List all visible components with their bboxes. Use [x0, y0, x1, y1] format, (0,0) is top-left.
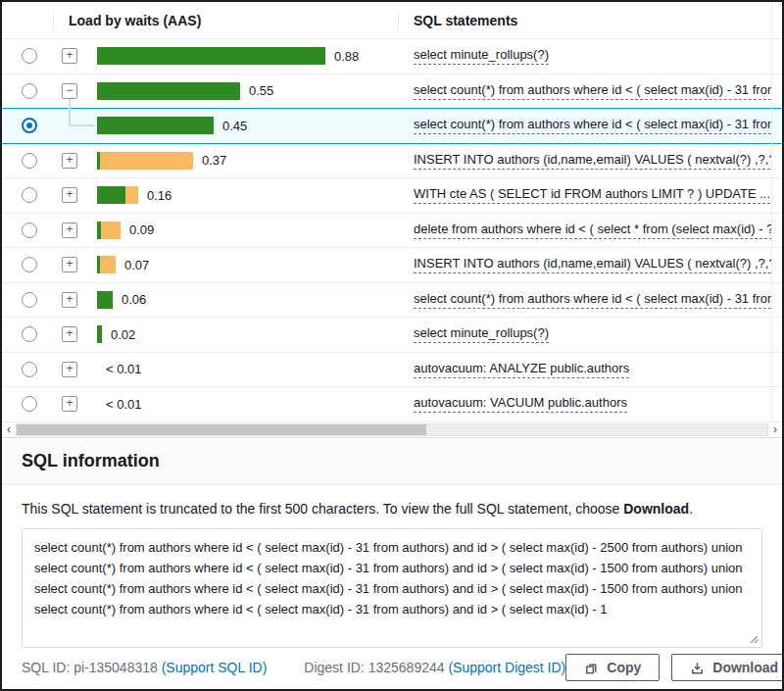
sql-text-line: select count(*) from authors where id < … — [34, 599, 750, 619]
column-divider — [398, 11, 399, 30]
sql-statement-link[interactable]: select minute_rollups(?) — [414, 325, 549, 343]
table-row: + 0.07 INSERT INTO authors (id,name,emai… — [2, 248, 782, 283]
support-sql-id-link[interactable]: (Support SQL ID) — [162, 660, 268, 675]
row-select-radio[interactable] — [22, 48, 37, 64]
sql-statement-cell: autovacuum: ANALYZE public.authors — [414, 353, 771, 387]
load-bar — [97, 152, 193, 170]
green-bar-segment — [97, 82, 240, 100]
load-value: 0.37 — [202, 153, 226, 168]
green-bar-segment — [97, 186, 125, 204]
sql-statement-link[interactable]: INSERT INTO authors (id,name,email) VALU… — [414, 256, 771, 273]
copy-icon — [584, 661, 599, 675]
scroll-right-icon[interactable]: › — [768, 422, 782, 437]
table-row: 0.45 select count(*) from authors where … — [2, 109, 782, 144]
row-select-radio[interactable] — [22, 153, 37, 169]
expand-toggle-button[interactable]: + — [62, 362, 77, 377]
sql-statement-link[interactable]: select count(*) from authors where id < … — [414, 82, 771, 100]
support-digest-id-link[interactable]: (Support Digest ID) — [448, 660, 565, 675]
table-row: + 0.16 WITH cte AS ( SELECT id FROM auth… — [2, 178, 782, 214]
load-value: 0.55 — [249, 83, 273, 98]
scrollbar-thumb[interactable] — [17, 424, 426, 435]
sql-ids: SQL ID: pi-135048318 (Support SQL ID) Di… — [22, 660, 565, 675]
expand-toggle-button[interactable]: + — [62, 153, 77, 169]
scroll-left-icon[interactable]: ‹ — [2, 422, 16, 437]
row-select-radio[interactable] — [22, 396, 37, 412]
expand-toggle-button[interactable]: + — [62, 222, 77, 238]
green-bar-segment — [97, 117, 214, 134]
tree-connector — [69, 124, 94, 126]
sql-statement-link[interactable]: WITH cte AS ( SELECT id FROM authors LIM… — [414, 186, 770, 204]
copy-button[interactable]: Copy — [565, 654, 660, 681]
row-select-radio[interactable] — [22, 326, 37, 342]
section-title: SQL information — [22, 451, 160, 470]
sql-statement-link[interactable]: select count(*) from authors where id < … — [414, 117, 771, 134]
sql-statement-cell: select count(*) from authors where id < … — [414, 283, 771, 318]
sql-information-footer: SQL ID: pi-135048318 (Support SQL ID) Di… — [2, 648, 782, 689]
tree-connector — [69, 99, 71, 126]
load-bar-cell: 0.45 — [97, 109, 247, 143]
sql-statement-link[interactable]: delete from authors where id < ( select … — [414, 222, 771, 239]
scrollbar-track[interactable] — [16, 423, 768, 436]
row-select-radio[interactable] — [22, 292, 37, 308]
expand-toggle-button[interactable]: + — [62, 292, 77, 308]
load-bar — [97, 291, 113, 309]
load-value: 0.07 — [124, 258, 149, 272]
sql-statement-cell: INSERT INTO authors (id,name,email) VALU… — [414, 248, 771, 282]
row-select-radio[interactable] — [22, 187, 37, 203]
column-divider — [53, 11, 54, 30]
sql-statement-cell: select count(*) from authors where id < … — [414, 74, 771, 109]
notice-bold-word: Download — [623, 501, 689, 517]
sql-statement-cell: WITH cte AS ( SELECT id FROM authors LIM… — [414, 178, 771, 213]
load-value: < 0.01 — [106, 362, 142, 376]
sql-statement-link[interactable]: INSERT INTO authors (id,name,email) VALU… — [414, 152, 771, 170]
sql-statement-cell: select minute_rollups(?) — [414, 39, 771, 74]
load-bar-cell: < 0.01 — [97, 387, 142, 421]
sql-statement-cell: select minute_rollups(?) — [414, 318, 771, 352]
load-bar-cell: < 0.01 — [97, 353, 142, 387]
expand-toggle-button[interactable]: + — [62, 187, 77, 203]
table-row: + < 0.01 autovacuum: VACUUM public.autho… — [2, 387, 782, 422]
sql-statement-link[interactable]: select minute_rollups(?) — [414, 47, 549, 65]
load-bar — [97, 222, 121, 239]
sql-statement-link[interactable]: autovacuum: VACUUM public.authors — [414, 395, 627, 413]
notice-text: This SQL statement is truncated to the f… — [22, 501, 623, 517]
resize-handle-icon[interactable] — [749, 634, 759, 644]
row-select-radio[interactable] — [22, 362, 37, 377]
sql-information-header: SQL information — [2, 437, 782, 485]
expand-toggle-button[interactable]: + — [62, 326, 77, 342]
row-select-radio[interactable] — [22, 83, 37, 99]
load-bar — [97, 325, 102, 343]
digest-id-group: Digest ID: 1325689244 (Support Digest ID… — [304, 660, 565, 675]
load-value: 0.45 — [222, 119, 247, 133]
expand-toggle-button[interactable]: + — [62, 396, 77, 412]
sql-text-line: select count(*) from authors where id < … — [34, 558, 750, 578]
column-header-load: Load by waits (AAS) — [69, 13, 201, 28]
digest-id-label: Digest ID: 1325689244 — [304, 660, 448, 675]
truncation-notice: This SQL statement is truncated to the f… — [22, 501, 762, 517]
expand-toggle-button[interactable]: + — [62, 48, 77, 64]
download-button[interactable]: Download — [671, 654, 784, 681]
load-value: 0.09 — [129, 222, 154, 237]
table-header-row: Load by waits (AAS) SQL statements — [2, 2, 782, 39]
load-bar-cell: 0.55 — [97, 74, 273, 109]
load-bar-cell: 0.02 — [97, 318, 135, 352]
notice-suffix: . — [689, 501, 693, 517]
sql-text-area[interactable]: select count(*) from authors where id < … — [22, 528, 762, 648]
row-select-radio[interactable] — [22, 222, 37, 238]
load-bar-cell: 0.06 — [97, 283, 146, 318]
table-row: − 0.55 select count(*) from authors wher… — [2, 74, 782, 110]
expand-toggle-button[interactable]: − — [62, 83, 77, 99]
row-select-radio[interactable] — [22, 257, 37, 272]
load-bar — [97, 256, 116, 273]
row-select-radio[interactable] — [22, 118, 37, 133]
expand-toggle-button[interactable]: + — [62, 257, 77, 272]
load-bar-cell: 0.16 — [97, 178, 172, 213]
table-row: + 0.37 INSERT INTO authors (id,name,emai… — [2, 144, 782, 179]
sql-id-label: SQL ID: pi-135048318 — [22, 660, 162, 675]
load-bar — [97, 82, 240, 100]
orange-bar-segment — [101, 222, 121, 239]
sql-statement-link[interactable]: autovacuum: ANALYZE public.authors — [414, 361, 629, 378]
load-bar-cell: 0.07 — [97, 248, 149, 282]
sql-statement-link[interactable]: select count(*) from authors where id < … — [414, 291, 771, 309]
sql-id-group: SQL ID: pi-135048318 (Support SQL ID) — [22, 660, 267, 675]
